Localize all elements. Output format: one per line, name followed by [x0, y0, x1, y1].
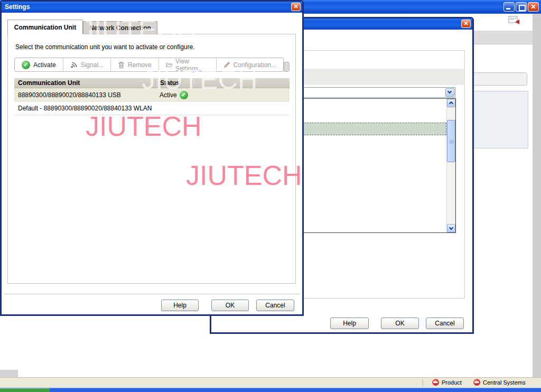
status-item-central-systems: Central Systems: [473, 379, 526, 386]
status-item-product: Product: [432, 379, 462, 386]
footer-divider: [4, 294, 300, 294]
status-cell: Active: [156, 91, 192, 99]
trash-icon: [118, 61, 125, 69]
settings-title: Settings: [5, 3, 30, 11]
pencil-icon: [223, 61, 230, 68]
statusbar-separator: [423, 379, 423, 387]
unit-cell: 88890300/88890020/88840133 USB: [14, 91, 156, 99]
signal-icon: [70, 61, 78, 69]
minimize-icon: [504, 3, 514, 11]
scroll-down-button[interactable]: [447, 224, 455, 232]
table-header: Communication Unit Status: [14, 78, 290, 88]
table-row[interactable]: Default - 88890300/88890020/88840133 WLA…: [14, 102, 290, 115]
communication-unit-panel: Select the communication unit you want t…: [7, 34, 296, 284]
scroll-up-button[interactable]: [447, 99, 455, 107]
green-check-icon: [180, 91, 188, 99]
taskbar[interactable]: [0, 388, 541, 392]
settings-dialog: Settings Communication Unit Network Conn…: [0, 0, 304, 316]
settings-titlebar[interactable]: Settings: [2, 2, 302, 13]
close-icon: [528, 3, 538, 11]
column-separator[interactable]: [193, 80, 193, 87]
close-button[interactable]: [528, 2, 539, 12]
maximize-icon: [516, 3, 526, 11]
close-button[interactable]: [461, 20, 471, 28]
signal-label: Signal...: [81, 61, 104, 69]
chevron-up-icon: [449, 101, 453, 106]
view-settings-label: View Settings...: [175, 58, 209, 72]
close-button[interactable]: [291, 3, 301, 11]
help-button[interactable]: Help: [161, 300, 199, 311]
chevron-down-icon: [447, 89, 452, 94]
view-settings-button[interactable]: View Settings...: [159, 58, 217, 71]
message-icon[interactable]: [508, 16, 520, 25]
cancel-button[interactable]: Cancel: [426, 318, 464, 329]
cancel-button[interactable]: Cancel: [256, 300, 294, 311]
maximize-button[interactable]: [516, 2, 527, 12]
remove-button[interactable]: Remove: [111, 58, 159, 71]
unit-cell: Default - 88890300/88890020/88840133 WLA…: [14, 105, 241, 112]
table-row[interactable]: 88890300/88890020/88840133 USB Active: [14, 88, 290, 102]
tab-network-connection[interactable]: Network Connection: [83, 21, 157, 34]
minimize-button[interactable]: [503, 2, 515, 12]
toolbar-overflow-handle[interactable]: [284, 62, 290, 72]
communication-toolbar: Activate Signal... Remove: [14, 58, 284, 72]
status-label: Product: [442, 379, 462, 386]
help-button[interactable]: Help: [330, 318, 369, 329]
signal-button[interactable]: Signal...: [63, 58, 111, 71]
communication-unit-table: Communication Unit Status 88890300/88890…: [14, 78, 290, 115]
folder-icon: [166, 62, 172, 68]
blocked-icon: [473, 379, 480, 386]
vertical-scrollbar[interactable]: [446, 99, 455, 232]
activate-label: Activate: [33, 61, 56, 69]
instruction-text: Select the communication unit you want t…: [15, 43, 195, 51]
green-check-icon: [22, 61, 30, 69]
ok-button[interactable]: OK: [211, 300, 249, 311]
ok-button[interactable]: OK: [381, 318, 419, 329]
remove-label: Remove: [128, 61, 152, 69]
column-header-status[interactable]: Status: [156, 79, 193, 87]
configuration-button[interactable]: Configuration...: [217, 58, 283, 71]
status-bar: Product Central Systems: [0, 377, 541, 388]
dropdown-button[interactable]: [445, 88, 454, 97]
status-text: Active: [160, 91, 177, 99]
blocked-icon: [432, 379, 439, 386]
start-button-fragment[interactable]: [0, 388, 50, 392]
chevron-down-icon: [449, 226, 453, 230]
tab-communication-unit[interactable]: Communication Unit: [7, 20, 83, 34]
scrollbar-thumb[interactable]: [447, 120, 455, 162]
window-edge-strip: [533, 14, 541, 377]
corner-fragment: [0, 370, 18, 377]
configuration-label: Configuration...: [234, 61, 276, 69]
column-header-communication-unit[interactable]: Communication Unit: [14, 79, 156, 87]
status-label: Central Systems: [483, 379, 526, 386]
activate-button[interactable]: Activate: [15, 58, 63, 71]
